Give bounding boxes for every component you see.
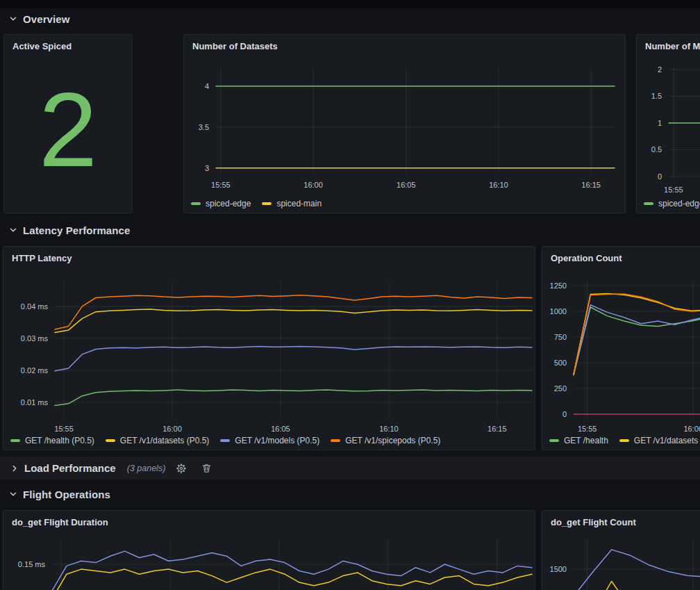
panel-flight-count: do_get Flight Count 1500 [542, 510, 700, 590]
legend-swatch [644, 202, 653, 205]
top-strip [0, 0, 700, 8]
panel-title[interactable]: Number of Datasets [192, 41, 278, 51]
row-delete-button[interactable] [197, 460, 215, 477]
legend-item[interactable]: spiced-main [262, 199, 322, 208]
legend-item[interactable]: GET /v1/datasets (P0.5) [106, 436, 210, 445]
models-chart[interactable]: 00.511.5215:5516:0016:0516:1016:15spiced… [637, 35, 700, 213]
y-tick-label: 3 [184, 163, 209, 173]
legend-label: GET /health [564, 436, 608, 445]
x-tick-label: 15:55 [211, 180, 231, 190]
row-panel-count: (3 panels) [127, 464, 166, 473]
chart-legend: GET /healthGET /v1/datasets [549, 436, 698, 445]
chart-legend: spiced-edgespiced-main [191, 199, 322, 208]
legend-swatch [10, 439, 20, 442]
panel-title[interactable]: Active Spiced [12, 41, 72, 51]
section-row-latency-performance[interactable]: Latency Performance [8, 222, 130, 238]
y-tick-label: 2 [637, 65, 662, 74]
flight_duration-plot-area [52, 539, 532, 590]
flight_count-line [574, 582, 700, 590]
panel-http-latency: HTTP Latency 0.01 ms0.02 ms0.03 ms0.04 m… [3, 246, 535, 450]
grafana-dashboard: Overview Active Spiced 2 Number of Datas… [0, 0, 700, 590]
datasets-chart[interactable]: 33.5415:5516:0016:0516:1016:15spiced-edg… [184, 35, 625, 213]
panel-title[interactable]: do_get Flight Count [551, 517, 636, 527]
legend-item[interactable]: spiced-edge [191, 199, 251, 208]
legend-item[interactable]: GET /v1/datasets [619, 436, 699, 445]
datasets-plot-area [216, 68, 615, 174]
section-row-load-performance[interactable]: Load Performance (3 panels) [0, 457, 700, 480]
legend-item[interactable]: GET /v1/models (P0.5) [220, 436, 319, 445]
panel-title[interactable]: Operation Count [551, 253, 622, 263]
y-tick-label: 750 [542, 332, 567, 342]
y-tick-label: 1 [637, 118, 662, 128]
section-title-load: Load Performance [24, 462, 116, 474]
section-title-latency: Latency Performance [23, 224, 130, 236]
chevron-down-icon [8, 489, 18, 499]
y-tick-label: 3.5 [184, 122, 209, 132]
legend-label: spiced-edge [658, 199, 700, 208]
legend-label: GET /health (P0.5) [25, 436, 94, 445]
y-tick-label: 0.15 ms [3, 559, 45, 569]
GET /v1/datasets (P0.5)-line [55, 309, 532, 333]
GET /health (P0.5)-line [55, 390, 532, 406]
http_latency-plot-area [55, 281, 532, 418]
y-tick-label: 0 [542, 409, 567, 419]
panel-title[interactable]: Number of Models [645, 41, 700, 51]
section-row-overview[interactable]: Overview [8, 10, 70, 27]
trash-icon [201, 463, 212, 473]
section-title-overview: Overview [23, 13, 70, 25]
x-tick-label: 16:05 [271, 424, 290, 434]
legend-label: GET /v1/datasets [634, 436, 699, 445]
y-tick-label: 0 [637, 172, 662, 181]
chevron-down-icon [8, 225, 18, 235]
panel-flight-duration: do_get Flight Duration 0.15 ms [3, 510, 535, 590]
section-title-flight: Flight Operations [23, 489, 110, 500]
http-latency-chart[interactable]: 0.01 ms0.02 ms0.03 ms0.04 ms15:5516:0016… [3, 247, 535, 450]
flight_duration-line [52, 551, 532, 590]
row-settings-button[interactable] [172, 460, 190, 477]
chevron-right-icon [10, 464, 19, 473]
flight_count-plot-area [574, 539, 700, 590]
legend-label: GET /v1/models (P0.5) [235, 436, 319, 445]
GET /health-line [574, 307, 700, 375]
x-tick-label: 16:15 [488, 424, 507, 434]
y-tick-label: 1250 [542, 281, 567, 290]
y-tick-label: 0.5 [637, 145, 662, 154]
y-tick-label: 500 [542, 358, 567, 368]
legend-item[interactable]: GET /health [549, 436, 608, 445]
gear-icon [176, 463, 187, 474]
panel-title[interactable]: HTTP Latency [12, 253, 72, 263]
y-tick-label: 0.01 ms [3, 398, 48, 407]
chevron-down-icon [8, 14, 18, 24]
panel-title[interactable]: do_get Flight Duration [12, 517, 108, 527]
x-tick-label: 15:55 [54, 424, 74, 434]
legend-swatch [191, 202, 201, 205]
x-tick-label: 15:55 [578, 424, 597, 434]
legend-item[interactable]: GET /v1/spicepods (P0.5) [331, 436, 440, 445]
panel-operation-count: Operation Count 02505007501000125015:551… [542, 246, 700, 450]
operation_count-plot-area [574, 281, 700, 418]
panel-active-spiced: Active Spiced 2 [3, 34, 133, 213]
legend-swatch [262, 202, 272, 205]
operation-count-chart[interactable]: 02505007501000125015:5516:0016:0516:1016… [542, 247, 700, 450]
legend-item[interactable]: spiced-edge [644, 199, 700, 208]
legend-item[interactable]: GET /health (P0.5) [10, 436, 94, 445]
flight_duration-line [52, 569, 532, 590]
legend-swatch [619, 439, 629, 442]
flight_count-line [574, 550, 700, 590]
legend-label: spiced-edge [206, 199, 251, 208]
legend-label: GET /v1/spicepods (P0.5) [345, 436, 440, 445]
x-tick-label: 16:10 [379, 424, 399, 434]
legend-swatch [220, 439, 230, 442]
y-tick-label: 250 [542, 384, 567, 393]
x-tick-label: 16:10 [489, 180, 508, 190]
panel-number-of-models: Number of Models 00.511.5215:5516:0016:0… [636, 34, 700, 213]
chart-legend: GET /health (P0.5)GET /v1/datasets (P0.5… [10, 436, 440, 445]
legend-swatch [106, 439, 115, 442]
models-plot-area [669, 68, 700, 179]
x-tick-label: 16:00 [683, 424, 700, 434]
y-tick-label: 1500 [542, 564, 567, 574]
section-row-flight-operations[interactable]: Flight Operations [8, 486, 110, 502]
chart-legend: spiced-edge [644, 199, 700, 208]
GET /v1/models (P0.5)-line [55, 346, 532, 370]
y-tick-label: 0.02 ms [3, 366, 48, 375]
